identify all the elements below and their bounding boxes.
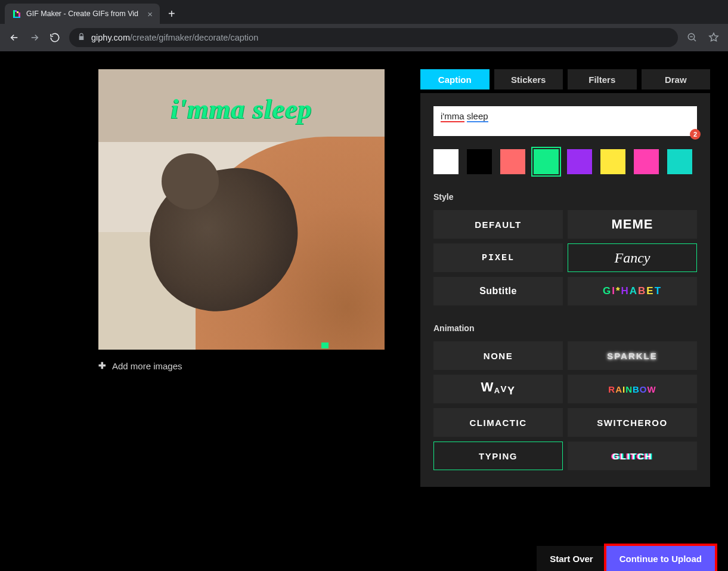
animation-option-climactic[interactable]: CLIMACTIC	[433, 408, 563, 437]
tab-strip: GIF Maker - Create GIFs from Vid × +	[0, 0, 728, 24]
animation-option-typing[interactable]: TYPING	[433, 442, 563, 470]
style-option-default[interactable]: DEFAULT	[433, 210, 563, 239]
animation-option-switcheroo[interactable]: SWITCHEROO	[568, 408, 697, 437]
close-tab-icon[interactable]: ×	[147, 10, 153, 18]
url-text: giphy.com/create/gifmaker/decorate/capti…	[91, 33, 258, 42]
zoom-icon[interactable]	[686, 32, 698, 44]
style-section-label: Style	[433, 192, 697, 202]
giphabet-text: GI*HABET	[603, 285, 662, 297]
caption-editor-panel: i'mma sleep 2 Style DEFAULT MEME PIXEL F…	[420, 93, 710, 487]
back-button[interactable]	[8, 32, 20, 44]
style-option-fancy[interactable]: Fancy	[568, 243, 697, 272]
color-swatches	[433, 149, 697, 174]
tab-caption[interactable]: Caption	[420, 69, 490, 89]
tab-title: GIF Maker - Create GIFs from Vid	[26, 10, 142, 18]
svg-rect-1	[15, 10, 17, 12]
color-swatch-white[interactable]	[433, 149, 459, 174]
continue-to-upload-button[interactable]: Continue to Upload	[606, 546, 715, 571]
animation-option-rainbow[interactable]: RAINBOW	[568, 375, 697, 403]
footer-buttons: Start Over Continue to Upload	[537, 546, 715, 571]
color-swatch-yellow[interactable]	[600, 149, 625, 174]
add-more-label: Add more images	[112, 361, 182, 371]
color-swatch-black[interactable]	[467, 149, 492, 174]
animation-option-sparkle[interactable]: SPARKLE	[568, 341, 697, 370]
new-tab-button[interactable]: +	[168, 7, 175, 21]
tab-filters[interactable]: Filters	[568, 69, 637, 89]
color-swatch-purple[interactable]	[567, 149, 592, 174]
caption-count-badge: 2	[690, 129, 701, 140]
animation-option-none[interactable]: NONE	[433, 341, 563, 370]
lock-icon	[78, 33, 85, 42]
tab-draw[interactable]: Draw	[642, 69, 711, 89]
animation-option-glitch[interactable]: GLITCH	[568, 442, 697, 470]
timeline-marker[interactable]	[321, 342, 329, 348]
caption-input[interactable]: i'mma sleep	[433, 106, 697, 136]
style-options: DEFAULT MEME PIXEL Fancy Subtitle GI*HAB…	[433, 210, 697, 305]
giphy-favicon-icon	[12, 9, 21, 18]
style-option-subtitle[interactable]: Subtitle	[433, 277, 563, 305]
add-more-images-button[interactable]: ✚ Add more images	[98, 360, 385, 371]
style-option-pixel[interactable]: PIXEL	[433, 243, 563, 272]
color-swatch-red[interactable]	[500, 149, 525, 174]
style-option-giphabet[interactable]: GI*HABET	[568, 277, 697, 305]
animation-options: NONE SPARKLE WAVY RAINBOW CLIMACTIC SWIT…	[433, 341, 697, 470]
style-option-meme[interactable]: MEME	[568, 210, 697, 239]
svg-rect-2	[17, 11, 18, 13]
animation-section-label: Animation	[433, 323, 697, 333]
reload-button[interactable]	[49, 32, 61, 44]
color-swatch-pink[interactable]	[634, 149, 659, 174]
gif-preview[interactable]: i'mma sleep	[98, 69, 385, 350]
animation-option-wavy[interactable]: WAVY	[433, 375, 563, 403]
forward-button	[29, 32, 41, 44]
browser-toolbar: giphy.com/create/gifmaker/decorate/capti…	[0, 24, 728, 51]
color-swatch-teal[interactable]	[667, 149, 692, 174]
browser-tab[interactable]: GIF Maker - Create GIFs from Vid ×	[5, 4, 160, 24]
svg-rect-3	[18, 13, 20, 17]
star-icon[interactable]	[708, 32, 720, 44]
plus-icon: ✚	[98, 360, 106, 371]
decorate-tabs: Caption Stickers Filters Draw	[420, 69, 710, 89]
tab-stickers[interactable]: Stickers	[494, 69, 563, 89]
address-bar[interactable]: giphy.com/create/gifmaker/decorate/capti…	[69, 28, 678, 47]
preview-cat-head	[162, 153, 219, 209]
preview-caption-text[interactable]: i'mma sleep	[98, 93, 385, 125]
color-swatch-green[interactable]	[534, 149, 559, 174]
svg-rect-4	[13, 17, 20, 18]
start-over-button[interactable]: Start Over	[537, 546, 606, 571]
svg-rect-0	[13, 10, 15, 17]
